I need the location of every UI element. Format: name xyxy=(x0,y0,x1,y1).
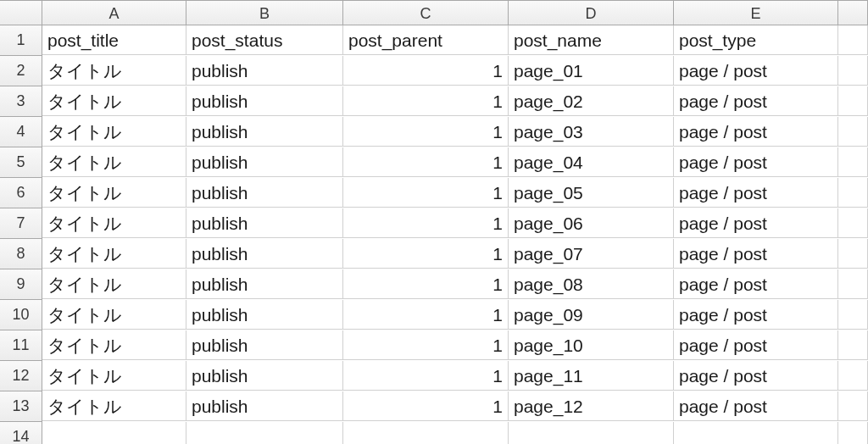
cell[interactable]: page_06 xyxy=(509,208,674,238)
cell[interactable]: page_05 xyxy=(509,178,674,208)
cell-B1[interactable]: post_status xyxy=(186,25,343,55)
cell[interactable]: 1 xyxy=(343,269,509,299)
cell[interactable]: page_07 xyxy=(509,239,674,269)
cell-empty[interactable] xyxy=(674,422,838,444)
cell[interactable]: 1 xyxy=(343,86,509,116)
cell[interactable]: page / post xyxy=(674,239,838,269)
cell[interactable]: 1 xyxy=(343,56,509,86)
cell[interactable]: タイトル xyxy=(42,361,186,391)
cell[interactable]: publish xyxy=(186,330,343,360)
cell[interactable]: publish xyxy=(186,147,343,177)
cell[interactable]: page_01 xyxy=(509,56,674,86)
cell-empty[interactable] xyxy=(42,422,186,444)
cell[interactable]: 1 xyxy=(343,147,509,177)
cell[interactable]: page_03 xyxy=(509,117,674,147)
cell-overflow[interactable] xyxy=(838,330,868,360)
cell-overflow[interactable] xyxy=(838,269,868,299)
cell[interactable]: publish xyxy=(186,178,343,208)
cell-overflow[interactable] xyxy=(838,361,868,391)
cell[interactable]: 1 xyxy=(343,208,509,238)
cell-E1[interactable]: post_type xyxy=(674,25,838,55)
row-header[interactable]: 10 xyxy=(0,300,42,330)
cell-overflow[interactable] xyxy=(838,86,868,116)
row-header[interactable]: 12 xyxy=(0,361,42,391)
cell[interactable]: publish xyxy=(186,56,343,86)
cell-overflow[interactable] xyxy=(838,208,868,238)
cell-overflow[interactable] xyxy=(838,117,868,147)
cell[interactable]: page / post xyxy=(674,56,838,86)
cell[interactable]: 1 xyxy=(343,239,509,269)
row-header[interactable]: 11 xyxy=(0,330,42,361)
cell-empty[interactable] xyxy=(186,422,343,444)
cell[interactable]: タイトル xyxy=(42,178,186,208)
cell[interactable]: page / post xyxy=(674,330,838,360)
column-header-overflow[interactable] xyxy=(838,0,868,25)
cell[interactable]: publish xyxy=(186,300,343,330)
column-header-E[interactable]: E xyxy=(674,0,838,25)
cell[interactable]: page / post xyxy=(674,178,838,208)
cell[interactable]: publish xyxy=(186,361,343,391)
row-header[interactable]: 13 xyxy=(0,391,42,422)
cell[interactable]: page / post xyxy=(674,300,838,330)
cell[interactable]: タイトル xyxy=(42,56,186,86)
cell[interactable]: 1 xyxy=(343,361,509,391)
cell[interactable]: 1 xyxy=(343,178,509,208)
cell-overflow[interactable] xyxy=(838,56,868,86)
select-all-corner[interactable] xyxy=(0,0,42,25)
column-header-C[interactable]: C xyxy=(343,0,509,25)
cell[interactable]: page_09 xyxy=(509,300,674,330)
cell[interactable]: タイトル xyxy=(42,239,186,269)
cell-empty[interactable] xyxy=(509,422,674,444)
cell-D1[interactable]: post_name xyxy=(509,25,674,55)
cell[interactable]: page / post xyxy=(674,117,838,147)
cell-overflow[interactable] xyxy=(838,25,868,55)
row-header[interactable]: 3 xyxy=(0,86,42,117)
cell[interactable]: 1 xyxy=(343,117,509,147)
row-header[interactable]: 2 xyxy=(0,56,42,86)
cell[interactable]: タイトル xyxy=(42,208,186,238)
cell[interactable]: タイトル xyxy=(42,269,186,299)
spreadsheet-grid[interactable]: A B C D E 1 post_title post_status post_… xyxy=(0,0,868,444)
cell[interactable]: タイトル xyxy=(42,147,186,177)
row-header[interactable]: 7 xyxy=(0,208,42,239)
cell[interactable]: page / post xyxy=(674,269,838,299)
cell[interactable]: publish xyxy=(186,239,343,269)
cell[interactable]: page / post xyxy=(674,86,838,116)
row-header[interactable]: 14 xyxy=(0,422,42,444)
cell[interactable]: タイトル xyxy=(42,300,186,330)
cell-overflow[interactable] xyxy=(838,178,868,208)
cell[interactable]: page_11 xyxy=(509,361,674,391)
cell[interactable]: publish xyxy=(186,269,343,299)
cell-A1[interactable]: post_title xyxy=(42,25,186,55)
cell[interactable]: page_08 xyxy=(509,269,674,299)
cell-C1[interactable]: post_parent xyxy=(343,25,509,55)
cell[interactable]: タイトル xyxy=(42,86,186,116)
cell[interactable]: 1 xyxy=(343,391,509,421)
row-header[interactable]: 1 xyxy=(0,25,42,56)
row-header[interactable]: 9 xyxy=(0,269,42,300)
column-header-B[interactable]: B xyxy=(186,0,343,25)
column-header-D[interactable]: D xyxy=(509,0,674,25)
cell[interactable]: publish xyxy=(186,86,343,116)
cell[interactable]: publish xyxy=(186,208,343,238)
row-header[interactable]: 6 xyxy=(0,178,42,208)
cell[interactable]: タイトル xyxy=(42,391,186,421)
cell[interactable]: タイトル xyxy=(42,117,186,147)
cell[interactable]: page / post xyxy=(674,208,838,238)
cell[interactable]: publish xyxy=(186,117,343,147)
cell[interactable]: 1 xyxy=(343,330,509,360)
cell[interactable]: page / post xyxy=(674,361,838,391)
row-header[interactable]: 8 xyxy=(0,239,42,269)
column-header-A[interactable]: A xyxy=(42,0,186,25)
cell-overflow[interactable] xyxy=(838,239,868,269)
row-header[interactable]: 4 xyxy=(0,117,42,147)
cell-overflow[interactable] xyxy=(838,391,868,421)
cell-overflow[interactable] xyxy=(838,300,868,330)
cell[interactable]: 1 xyxy=(343,300,509,330)
cell[interactable]: page_04 xyxy=(509,147,674,177)
cell-overflow[interactable] xyxy=(838,422,868,444)
cell[interactable]: page_10 xyxy=(509,330,674,360)
cell[interactable]: page_12 xyxy=(509,391,674,421)
cell[interactable]: page_02 xyxy=(509,86,674,116)
cell[interactable]: publish xyxy=(186,391,343,421)
